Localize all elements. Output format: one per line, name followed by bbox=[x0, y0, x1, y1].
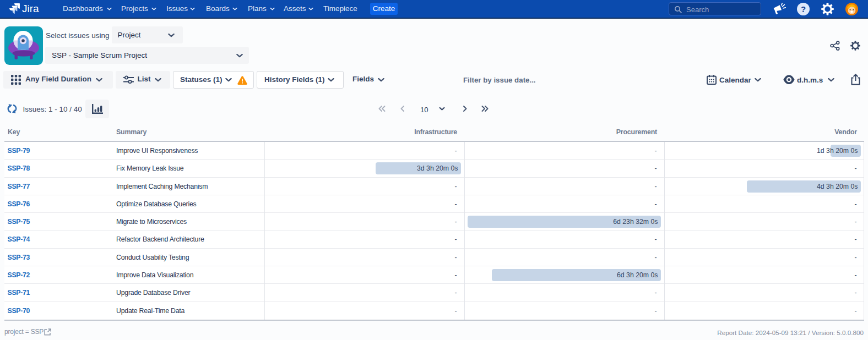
svg-text:?: ? bbox=[801, 4, 806, 14]
